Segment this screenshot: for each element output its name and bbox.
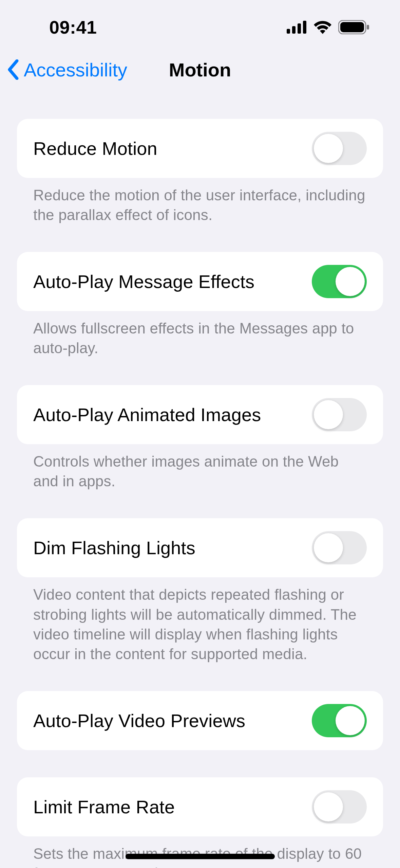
home-indicator bbox=[126, 854, 275, 859]
footer-limit-frame-rate: Sets the maximum frame rate of the displ… bbox=[17, 836, 383, 868]
cell-dim-flashing-lights[interactable]: Dim Flashing Lights bbox=[17, 518, 383, 577]
group-autoplay-message-effects: Auto-Play Message Effects Allows fullscr… bbox=[17, 252, 383, 358]
content: Reduce Motion Reduce the motion of the u… bbox=[0, 119, 400, 868]
group-autoplay-animated-images: Auto-Play Animated Images Controls wheth… bbox=[17, 385, 383, 491]
switch-knob bbox=[314, 792, 343, 821]
status-bar: 09:41 bbox=[0, 0, 400, 44]
svg-rect-0 bbox=[287, 29, 290, 34]
switch-knob bbox=[314, 400, 343, 429]
cell-reduce-motion[interactable]: Reduce Motion bbox=[17, 119, 383, 178]
status-time: 09:41 bbox=[0, 6, 97, 38]
footer-reduce-motion: Reduce the motion of the user interface,… bbox=[17, 178, 383, 225]
cell-label: Auto-Play Animated Images bbox=[33, 404, 261, 425]
svg-rect-6 bbox=[367, 25, 369, 30]
switch-knob bbox=[336, 706, 365, 735]
footer-autoplay-message-effects: Allows fullscreen effects in the Message… bbox=[17, 311, 383, 358]
cell-autoplay-animated-images[interactable]: Auto-Play Animated Images bbox=[17, 385, 383, 444]
cell-limit-frame-rate[interactable]: Limit Frame Rate bbox=[17, 777, 383, 836]
cell-label: Auto-Play Message Effects bbox=[33, 271, 254, 292]
back-button[interactable]: Accessibility bbox=[0, 59, 127, 81]
nav-bar: Accessibility Motion bbox=[0, 44, 400, 95]
group-autoplay-video-previews: Auto-Play Video Previews bbox=[17, 691, 383, 750]
chevron-left-icon bbox=[7, 59, 20, 80]
footer-dim-flashing-lights: Video content that depicts repeated flas… bbox=[17, 577, 383, 664]
battery-icon bbox=[338, 20, 369, 34]
footer-autoplay-animated-images: Controls whether images animate on the W… bbox=[17, 444, 383, 491]
status-icons bbox=[287, 10, 380, 34]
group-reduce-motion: Reduce Motion Reduce the motion of the u… bbox=[17, 119, 383, 225]
svg-rect-3 bbox=[303, 21, 306, 34]
switch-knob bbox=[336, 267, 365, 296]
switch-dim-flashing-lights[interactable] bbox=[312, 531, 367, 564]
switch-autoplay-video-previews[interactable] bbox=[312, 704, 367, 737]
group-dim-flashing-lights: Dim Flashing Lights Video content that d… bbox=[17, 518, 383, 664]
switch-autoplay-animated-images[interactable] bbox=[312, 398, 367, 431]
svg-rect-1 bbox=[292, 26, 296, 34]
cell-label: Auto-Play Video Previews bbox=[33, 710, 245, 731]
switch-knob bbox=[314, 533, 343, 562]
svg-rect-5 bbox=[340, 22, 364, 32]
switch-knob bbox=[314, 134, 343, 163]
cell-autoplay-video-previews[interactable]: Auto-Play Video Previews bbox=[17, 691, 383, 750]
cell-label: Reduce Motion bbox=[33, 138, 157, 159]
switch-limit-frame-rate[interactable] bbox=[312, 790, 367, 824]
cell-label: Dim Flashing Lights bbox=[33, 537, 195, 558]
cell-autoplay-message-effects[interactable]: Auto-Play Message Effects bbox=[17, 252, 383, 311]
cell-label: Limit Frame Rate bbox=[33, 796, 175, 817]
svg-rect-2 bbox=[298, 23, 301, 34]
wifi-icon bbox=[313, 20, 332, 34]
switch-autoplay-message-effects[interactable] bbox=[312, 265, 367, 298]
back-label: Accessibility bbox=[24, 59, 127, 81]
switch-reduce-motion[interactable] bbox=[312, 132, 367, 165]
cellular-icon bbox=[287, 21, 307, 34]
